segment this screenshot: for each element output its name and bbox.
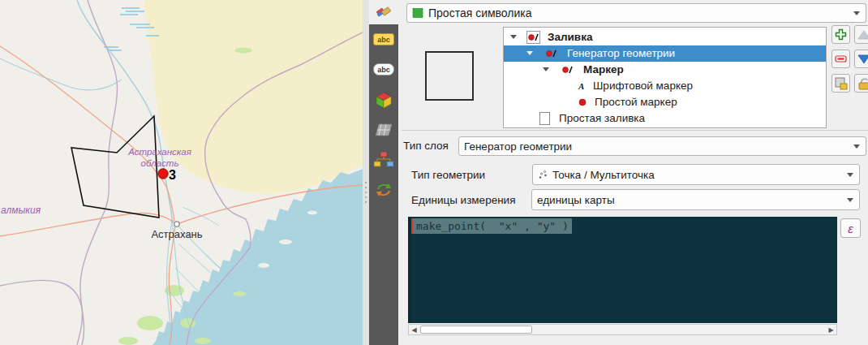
chevron-down-icon: [847, 173, 853, 177]
tab-diagrams[interactable]: [369, 114, 398, 144]
tab-attributes[interactable]: [369, 144, 398, 175]
duplicate-symbol-layer-button[interactable]: [831, 74, 850, 93]
tree-row-font-marker[interactable]: A Шрифтовой маркер: [504, 78, 826, 94]
separator-line: [402, 130, 868, 131]
layer-type-value: Генератор геометрии: [464, 140, 572, 153]
layer-type-label: Тип слоя: [403, 138, 449, 154]
marker-line-icon: [562, 63, 573, 76]
minus-icon: [835, 54, 847, 63]
city-marker: [174, 222, 179, 226]
tree-row-marker[interactable]: Маркер: [504, 62, 826, 78]
add-symbol-layer-button[interactable]: [831, 25, 850, 44]
labels-abc-icon: abc: [373, 33, 394, 45]
simple-symbology-icon: [412, 7, 423, 19]
expression-editor[interactable]: make_point( "x" , "y" ): [408, 217, 837, 323]
tree-row-label: Простая заливка: [559, 112, 645, 125]
region-label-line1: Астраханская: [127, 147, 191, 157]
remove-symbol-layer-button[interactable]: [831, 50, 850, 68]
expander-icon[interactable]: [510, 35, 517, 39]
tree-row-simple-fill[interactable]: Простая заливка: [504, 110, 826, 127]
symbology-type-value: Простая символика: [428, 6, 532, 19]
mask-abc-icon: abc: [373, 63, 394, 75]
lock-colors-button[interactable]: [854, 74, 868, 93]
tree-row-simple-marker[interactable]: Простой маркер: [504, 94, 826, 110]
symbol-preview: [425, 51, 474, 101]
generated-point-marker: [158, 169, 168, 179]
tree-row-label: Шрифтовой маркер: [593, 80, 693, 93]
units-combo[interactable]: единицы карты: [531, 189, 860, 210]
tree-row-label: Заливка: [548, 31, 592, 44]
paintbrush-icon: [374, 2, 393, 22]
org-chart-icon: [374, 152, 393, 168]
marker-label: 3: [169, 168, 176, 182]
qgis-window: Астрахань Астраханская область алмыкия 3…: [0, 0, 868, 345]
down-arrow-icon: [857, 54, 868, 64]
tree-row-geometry-generator[interactable]: Генератор геометрии: [504, 45, 826, 62]
symbol-layer-tree: Заливка Генератор геометрии Маркер A Шри…: [503, 27, 827, 128]
scroll-right-arrow[interactable]: ▶: [826, 325, 836, 334]
open-lock-icon: [857, 77, 868, 90]
units-value: единицы карты: [537, 194, 615, 206]
cube-3d-icon: [375, 91, 393, 109]
geometry-type-value: Точка / Мультиточка: [552, 169, 655, 181]
tab-3d-view[interactable]: [369, 84, 398, 114]
tab-history[interactable]: [369, 175, 398, 205]
panel-splitter[interactable]: [363, 0, 369, 345]
chevron-down-icon: [853, 11, 860, 15]
geometry-type-combo[interactable]: Точка / Мультиточка: [532, 164, 860, 185]
editor-horizontal-scrollbar[interactable]: ◀ ▶: [408, 324, 837, 335]
tab-labels[interactable]: abc: [369, 24, 398, 54]
symbology-type-combo[interactable]: Простая символика: [406, 3, 866, 23]
tree-row-fill[interactable]: Заливка: [504, 29, 826, 45]
plus-icon: [835, 28, 847, 41]
up-arrow-icon: [857, 30, 868, 40]
geometry-type-label: Тип геометрии: [411, 167, 485, 183]
font-marker-icon: A: [578, 80, 584, 93]
map-canvas[interactable]: Астрахань Астраханская область алмыкия 3: [0, 0, 363, 345]
undo-redo-arrows-icon: [375, 183, 393, 197]
scroll-left-arrow[interactable]: ◀: [409, 325, 419, 334]
move-down-button[interactable]: [854, 50, 868, 68]
expander-icon[interactable]: [526, 51, 533, 55]
expander-icon[interactable]: [543, 67, 549, 71]
marker-line-icon: [546, 47, 556, 60]
tab-symbology[interactable]: [369, 0, 398, 24]
marker-line-icon: [526, 31, 540, 44]
simple-fill-icon: [539, 112, 550, 125]
tree-row-label: Простой маркер: [595, 96, 677, 109]
map-green-patch: [234, 48, 252, 54]
city-label: Астрахань: [151, 228, 202, 240]
tab-masks[interactable]: abc: [369, 54, 398, 84]
epsilon-icon: ε: [848, 222, 853, 235]
units-label: Единицы измерения: [411, 192, 515, 209]
region-label-line2: область: [141, 158, 179, 168]
point-multipoint-icon: [538, 170, 548, 179]
duplicate-icon: [834, 77, 848, 90]
tree-row-label: Генератор геометрии: [567, 47, 675, 60]
move-up-button[interactable]: [854, 25, 868, 44]
tree-row-label: Маркер: [583, 63, 624, 76]
diagram-gray-icon: [375, 123, 393, 137]
area-label: алмыкия: [1, 205, 41, 216]
layer-styling-tabs: abc abc: [369, 0, 398, 345]
symbology-panel: Простая символика Заливка Генератор геом…: [398, 0, 868, 345]
layer-type-combo[interactable]: Генератор геометрии: [458, 136, 866, 156]
simple-marker-icon: [578, 96, 587, 109]
chevron-down-icon: [853, 144, 860, 149]
scrollbar-thumb[interactable]: [420, 326, 532, 334]
expression-builder-button[interactable]: ε: [840, 218, 861, 238]
chevron-down-icon: [847, 198, 853, 202]
expression-code: make_point( "x" , "y" ): [416, 220, 569, 232]
